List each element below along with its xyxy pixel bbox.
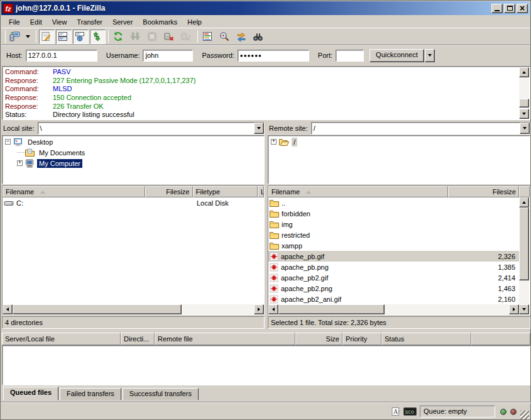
remote-vscroll-track[interactable] [519,207,529,304]
menu-view[interactable]: View [47,17,72,27]
column-header-size[interactable]: Size [295,333,342,345]
filezilla-logo-icon[interactable]: fz [3,4,13,13]
quickconnect-dropdown-button[interactable] [425,49,435,62]
file-name-cell: apache_pb2_ani.gif [268,295,448,304]
scroll-down-icon[interactable] [519,304,529,314]
refresh-button[interactable] [111,30,127,44]
file-row-apache-pb-png[interactable]: apache_pb.png1,385 [268,262,519,272]
tree-item-desktop[interactable]: −Desktop [3,136,264,147]
column-header-label: Directi... [124,335,149,343]
tab-successful-transfers[interactable]: Successful transfers [123,388,199,400]
remote-vscroll-thumb[interactable] [519,207,529,280]
log-vertical-scrollbar[interactable] [519,67,529,119]
remote-site-dropdown-button[interactable] [520,123,530,134]
file-row-apache-pb2-gif[interactable]: apache_pb2.gif2,414 [268,272,519,283]
column-header-remote-file[interactable]: Remote file [155,333,295,345]
process-queue-button[interactable] [128,30,144,44]
site-manager-dropdown-button[interactable] [25,30,33,44]
toggle-message-log-button[interactable] [39,30,55,44]
local-site-combobox[interactable]: \ [38,122,265,135]
menu-transfer[interactable]: Transfer [72,17,107,27]
column-header-priority[interactable]: Priority [342,333,381,345]
file-row-item[interactable]: .. [268,197,519,208]
remote-hscroll-thumb[interactable] [278,304,385,314]
toolbar-separator [36,30,36,43]
tree-item-my-computer[interactable]: +My Computer [3,158,264,169]
host-input[interactable]: 127.0.0.1 [26,50,97,62]
expand-icon[interactable]: + [271,139,276,145]
password-input[interactable]: ●●●●●● [238,50,309,62]
file-row-forbidden[interactable]: forbidden [268,208,519,219]
column-header-filename[interactable]: Filename [3,186,145,197]
disconnect-button[interactable] [162,30,178,44]
column-header-status[interactable]: Status [381,333,471,345]
tree-item-item[interactable]: +/ [268,136,530,147]
tab-queued-files[interactable]: Queued files [3,387,58,400]
synchronized-browsing-button[interactable] [234,30,250,44]
my-documents-icon [25,148,35,157]
close-button[interactable] [517,4,528,13]
scroll-right-icon[interactable] [254,304,264,314]
username-input[interactable]: john [143,50,193,62]
file-row-restricted[interactable]: restricted [268,229,519,240]
file-row-img[interactable]: img [268,219,519,229]
column-header-server-local-file[interactable]: Server/Local file [2,333,121,345]
log-scroll-track[interactable] [519,77,529,109]
remote-hscroll-track[interactable] [278,304,509,314]
remote-site-combobox[interactable]: / [311,122,530,135]
column-header-l[interactable]: L [258,186,264,197]
toggle-remote-tree-button[interactable] [73,30,89,44]
toggle-local-tree-button[interactable] [56,30,72,44]
site-manager-button[interactable] [8,30,24,44]
tree-item-my-documents[interactable]: My Documents [3,147,264,158]
remote-horizontal-scrollbar[interactable] [268,304,519,314]
menu-help[interactable]: Help [182,17,207,27]
local-hscroll-thumb[interactable] [13,304,182,314]
find-files-button[interactable] [251,30,267,44]
local-site-dropdown-button[interactable] [254,123,264,134]
column-header-filename[interactable]: Filename [268,186,448,197]
file-row-apache-pb-gif[interactable]: apache_pb.gif2,326 [268,251,519,262]
collapse-icon[interactable]: − [5,139,11,145]
quickconnect-button[interactable]: Quickconnect [370,49,424,62]
maximize-button[interactable] [504,4,515,13]
menu-edit[interactable]: Edit [25,17,47,27]
menu-bookmarks[interactable]: Bookmarks [138,17,182,27]
menu-file[interactable]: File [4,17,25,27]
file-row-c[interactable]: C:Local Disk [3,197,264,208]
resize-grip[interactable] [520,411,529,419]
column-header-filesize[interactable]: Filesize [145,186,193,197]
scroll-right-icon[interactable] [509,304,519,314]
expand-icon[interactable]: + [17,160,23,166]
column-header-directi[interactable]: Directi... [121,333,155,345]
local-tree-icon [58,31,68,41]
file-row-apache-pb2-png[interactable]: apache_pb2.png1,463 [268,283,519,294]
column-header-filesize[interactable]: Filesize [448,186,519,197]
file-name-cell: img [268,221,448,228]
port-input[interactable] [336,50,364,62]
file-row-apache-pb2-ani-gif[interactable]: apache_pb2_ani.gif2,160 [268,294,519,304]
menu-server[interactable]: Server [107,17,138,27]
directory-listing-filters-button[interactable] [200,30,216,44]
directory-comparison-button[interactable] [217,30,233,44]
scroll-down-icon[interactable] [519,109,529,119]
image-file-icon [270,274,278,282]
scroll-up-icon[interactable] [519,197,529,207]
reconnect-button[interactable] [179,30,195,44]
log-scroll-thumb[interactable] [519,99,529,108]
column-header-label: L [261,188,264,196]
tab-failed-transfers[interactable]: Failed transfers [60,388,121,400]
scroll-left-icon[interactable] [3,304,13,314]
remote-vertical-scrollbar[interactable] [519,197,529,314]
local-hscroll-track[interactable] [13,304,254,314]
file-row-xampp[interactable]: xampp [268,240,519,251]
minimize-button[interactable] [491,4,503,13]
column-header-filetype[interactable]: Filetype [193,186,258,197]
cancel-operation-button[interactable] [145,30,161,44]
local-site-label: Local site: [3,124,35,132]
image-file-icon [270,252,278,261]
local-horizontal-scrollbar[interactable] [3,304,264,314]
toggle-transfer-queue-button[interactable] [90,30,106,44]
scroll-left-icon[interactable] [268,304,278,314]
scroll-up-icon[interactable] [519,67,529,77]
